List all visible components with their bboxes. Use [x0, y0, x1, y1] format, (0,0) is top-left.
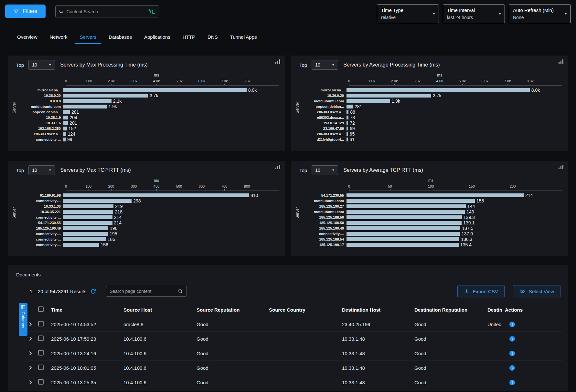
- bar[interactable]: [347, 221, 462, 225]
- tab-applications[interactable]: Applications: [138, 31, 176, 44]
- bar[interactable]: [347, 88, 530, 92]
- bar[interactable]: [347, 237, 459, 241]
- x-tick-label: 6.0k: [482, 79, 488, 83]
- tab-overview[interactable]: Overview: [11, 31, 44, 44]
- bar-row: e86303.dscx.a...124: [25, 131, 279, 137]
- bar[interactable]: [347, 210, 465, 214]
- bar[interactable]: [347, 199, 475, 203]
- bar[interactable]: [63, 94, 148, 98]
- top-n-select[interactable]: 10 ▼: [28, 165, 55, 175]
- bar[interactable]: [63, 199, 132, 203]
- bar[interactable]: [63, 127, 67, 130]
- bar[interactable]: [347, 99, 390, 103]
- column-header-destination-host[interactable]: Destination Host: [342, 307, 414, 313]
- columns-button[interactable]: Columns: [19, 303, 27, 336]
- bar[interactable]: [347, 94, 431, 98]
- content-search-input[interactable]: [67, 9, 145, 14]
- bar[interactable]: [347, 232, 460, 236]
- table-row[interactable]: 2025-06-10 14:53:52oracle8.8Good23.40.25…: [29, 317, 562, 331]
- select-view-button[interactable]: Select View: [513, 285, 560, 297]
- table-row[interactable]: 2025-06-10 18:01:0510.4.100.6Good10.33.1…: [29, 360, 562, 375]
- bar[interactable]: [347, 243, 459, 247]
- expand-row-chevron-icon[interactable]: [29, 322, 38, 326]
- bar-row: e86303.dscx.a...88: [308, 109, 562, 115]
- select-all-checkbox[interactable]: [38, 306, 44, 312]
- chart-options-icon[interactable]: [559, 59, 564, 64]
- export-csv-button[interactable]: Export CSV: [457, 285, 505, 297]
- bar[interactable]: [63, 132, 66, 136]
- chart-options-icon[interactable]: [559, 165, 564, 169]
- bar[interactable]: [63, 88, 247, 92]
- bar[interactable]: [347, 127, 348, 130]
- column-header-destination-reputation[interactable]: Destination Reputation: [414, 307, 487, 313]
- bar[interactable]: [347, 204, 466, 208]
- row-info-icon[interactable]: i: [509, 380, 515, 385]
- bar[interactable]: [63, 204, 113, 208]
- top-n-select[interactable]: 10 ▼: [28, 60, 55, 70]
- bar[interactable]: [63, 193, 249, 197]
- x-tick-label: 400: [154, 184, 159, 188]
- column-header-destin[interactable]: Destin: [487, 307, 505, 313]
- row-info-icon[interactable]: i: [509, 336, 515, 342]
- column-header-actions[interactable]: Actions: [505, 307, 528, 313]
- column-header-time[interactable]: Time: [51, 307, 123, 313]
- table-row[interactable]: 2025-06-10 13:25:3510.4.100.6Good10.33.1…: [29, 375, 562, 389]
- expand-row-chevron-icon[interactable]: [29, 351, 38, 356]
- row-checkbox[interactable]: [38, 350, 44, 356]
- top-n-select[interactable]: 10 ▼: [312, 60, 338, 70]
- auto-refresh-dropdown[interactable]: Auto Refresh (Min) None ▼: [509, 5, 571, 23]
- bar[interactable]: [63, 210, 113, 214]
- bar[interactable]: [347, 121, 348, 125]
- bar[interactable]: [347, 116, 348, 119]
- bar[interactable]: [347, 132, 348, 136]
- column-header-source-reputation[interactable]: Source Reputation: [197, 307, 269, 313]
- bar[interactable]: [63, 237, 106, 241]
- bar[interactable]: [347, 110, 348, 114]
- row-checkbox[interactable]: [38, 321, 44, 326]
- chart-panel-avg-processing-time: Top 10 ▼ Servers by Average Processing T…: [291, 56, 568, 151]
- page-search-input[interactable]: [110, 289, 175, 294]
- bar[interactable]: [63, 138, 66, 141]
- bar[interactable]: [63, 105, 107, 108]
- time-interval-dropdown[interactable]: Time Interval last 24 hours ▼: [443, 5, 505, 23]
- bar[interactable]: [63, 226, 108, 230]
- bar[interactable]: [347, 138, 348, 141]
- column-header-source-host[interactable]: Source Host: [123, 307, 197, 313]
- bar[interactable]: [63, 99, 112, 103]
- row-info-icon[interactable]: i: [509, 322, 515, 327]
- tab-dns[interactable]: DNS: [201, 31, 224, 44]
- table-row[interactable]: 2025-06-10 17:59:2310.4.100.6Good10.33.1…: [29, 331, 562, 346]
- expand-row-chevron-icon[interactable]: [29, 366, 38, 370]
- row-checkbox[interactable]: [38, 379, 44, 385]
- bar[interactable]: [347, 105, 353, 108]
- top-n-select[interactable]: 10 ▼: [312, 165, 338, 175]
- bar[interactable]: [63, 215, 112, 219]
- chart-options-icon[interactable]: [275, 165, 281, 169]
- expand-row-chevron-icon[interactable]: [29, 380, 38, 385]
- column-header-source-country[interactable]: Source Country: [269, 307, 342, 313]
- row-info-icon[interactable]: i: [509, 365, 515, 371]
- bar[interactable]: [347, 193, 524, 197]
- table-row[interactable]: 2025-06-10 13:24:1610.4.100.6Good10.33.1…: [29, 346, 562, 360]
- bar[interactable]: [347, 226, 460, 230]
- bar[interactable]: [63, 221, 112, 225]
- bar[interactable]: [347, 215, 462, 219]
- bar[interactable]: [63, 116, 68, 119]
- bar[interactable]: [63, 110, 70, 114]
- tab-tunnel-apps[interactable]: Tunnel Apps: [224, 31, 263, 44]
- bar[interactable]: [63, 243, 99, 247]
- row-checkbox[interactable]: [38, 365, 44, 370]
- tab-databases[interactable]: Databases: [102, 31, 138, 44]
- tab-network[interactable]: Network: [44, 31, 74, 44]
- chart-options-icon[interactable]: [275, 59, 281, 64]
- tab-http[interactable]: HTTP: [176, 31, 201, 44]
- expand-row-chevron-icon[interactable]: [29, 336, 38, 341]
- tab-servers[interactable]: Servers: [74, 31, 103, 44]
- row-checkbox[interactable]: [38, 335, 44, 341]
- filters-button[interactable]: Filters: [5, 5, 46, 18]
- bar[interactable]: [63, 121, 68, 125]
- row-info-icon[interactable]: i: [509, 351, 515, 356]
- time-type-dropdown[interactable]: Time Type relative ▼: [377, 5, 439, 23]
- bar[interactable]: [63, 232, 108, 236]
- refresh-icon[interactable]: [90, 288, 96, 294]
